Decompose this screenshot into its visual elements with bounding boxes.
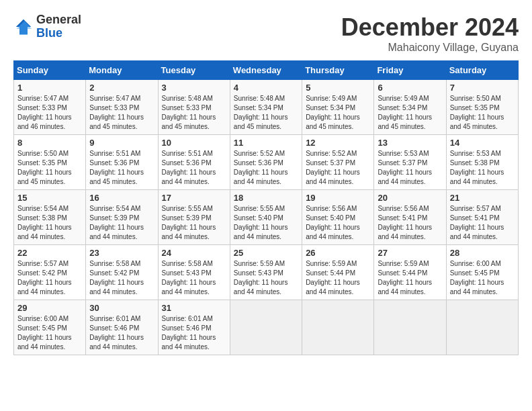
calendar-cell: 23 Sunrise: 5:58 AM Sunset: 5:42 PM Dayl…	[86, 245, 158, 300]
day-info: Sunrise: 6:00 AM Sunset: 5:45 PM Dayligh…	[17, 314, 82, 352]
day-number: 23	[89, 248, 154, 258]
calendar-cell: 1 Sunrise: 5:47 AM Sunset: 5:33 PM Dayli…	[14, 80, 86, 135]
calendar-week-row: 29 Sunrise: 6:00 AM Sunset: 5:45 PM Dayl…	[14, 300, 519, 355]
day-number: 5	[306, 83, 370, 93]
day-info: Sunrise: 5:52 AM Sunset: 5:37 PM Dayligh…	[306, 149, 370, 187]
day-info: Sunrise: 5:53 AM Sunset: 5:38 PM Dayligh…	[450, 149, 515, 187]
page-header: General Blue December 2024 Mahaicony Vil…	[13, 13, 519, 54]
weekday-header-row: SundayMondayTuesdayWednesdayThursdayFrid…	[14, 61, 519, 80]
calendar-cell: 2 Sunrise: 5:47 AM Sunset: 5:33 PM Dayli…	[86, 80, 158, 135]
day-info: Sunrise: 5:58 AM Sunset: 5:42 PM Dayligh…	[89, 259, 154, 297]
day-info: Sunrise: 5:59 AM Sunset: 5:43 PM Dayligh…	[234, 259, 298, 297]
calendar-cell: 12 Sunrise: 5:52 AM Sunset: 5:37 PM Dayl…	[302, 135, 374, 190]
calendar-table: SundayMondayTuesdayWednesdayThursdayFrid…	[13, 60, 519, 355]
weekday-header: Monday	[86, 61, 158, 80]
calendar-cell: 26 Sunrise: 5:59 AM Sunset: 5:44 PM Dayl…	[302, 245, 374, 300]
calendar-cell: 25 Sunrise: 5:59 AM Sunset: 5:43 PM Dayl…	[230, 245, 302, 300]
day-info: Sunrise: 5:50 AM Sunset: 5:35 PM Dayligh…	[17, 149, 82, 187]
calendar-cell	[302, 300, 374, 355]
logo-icon	[13, 17, 34, 37]
day-number: 16	[89, 193, 154, 203]
day-number: 6	[378, 83, 442, 93]
weekday-header: Friday	[374, 61, 446, 80]
day-info: Sunrise: 6:00 AM Sunset: 5:45 PM Dayligh…	[450, 259, 515, 297]
day-number: 8	[17, 138, 82, 148]
day-info: Sunrise: 6:01 AM Sunset: 5:46 PM Dayligh…	[162, 314, 226, 352]
calendar-cell: 19 Sunrise: 5:56 AM Sunset: 5:40 PM Dayl…	[302, 190, 374, 245]
calendar-cell: 7 Sunrise: 5:50 AM Sunset: 5:35 PM Dayli…	[446, 80, 518, 135]
calendar-cell: 11 Sunrise: 5:52 AM Sunset: 5:36 PM Dayl…	[230, 135, 302, 190]
day-number: 18	[234, 193, 298, 203]
day-info: Sunrise: 5:51 AM Sunset: 5:36 PM Dayligh…	[89, 149, 154, 187]
day-info: Sunrise: 5:54 AM Sunset: 5:39 PM Dayligh…	[89, 204, 154, 242]
day-number: 2	[89, 83, 154, 93]
day-number: 27	[378, 248, 442, 258]
calendar-cell: 4 Sunrise: 5:48 AM Sunset: 5:34 PM Dayli…	[230, 80, 302, 135]
title-block: December 2024 Mahaicony Village, Guyana	[341, 13, 519, 54]
day-info: Sunrise: 5:49 AM Sunset: 5:34 PM Dayligh…	[378, 94, 442, 132]
weekday-header: Thursday	[302, 61, 374, 80]
calendar-cell: 14 Sunrise: 5:53 AM Sunset: 5:38 PM Dayl…	[446, 135, 518, 190]
calendar-cell: 6 Sunrise: 5:49 AM Sunset: 5:34 PM Dayli…	[374, 80, 446, 135]
logo-general: General	[36, 13, 81, 27]
day-info: Sunrise: 5:52 AM Sunset: 5:36 PM Dayligh…	[234, 149, 298, 187]
calendar-cell: 29 Sunrise: 6:00 AM Sunset: 5:45 PM Dayl…	[14, 300, 86, 355]
weekday-header: Wednesday	[230, 61, 302, 80]
logo-text: General Blue	[36, 13, 81, 40]
calendar-week-row: 1 Sunrise: 5:47 AM Sunset: 5:33 PM Dayli…	[14, 80, 519, 135]
weekday-header: Tuesday	[158, 61, 230, 80]
day-number: 13	[378, 138, 442, 148]
calendar-cell	[374, 300, 446, 355]
calendar-cell: 3 Sunrise: 5:48 AM Sunset: 5:33 PM Dayli…	[158, 80, 230, 135]
calendar-cell: 31 Sunrise: 6:01 AM Sunset: 5:46 PM Dayl…	[158, 300, 230, 355]
day-info: Sunrise: 5:59 AM Sunset: 5:44 PM Dayligh…	[378, 259, 442, 297]
calendar-week-row: 15 Sunrise: 5:54 AM Sunset: 5:38 PM Dayl…	[14, 190, 519, 245]
day-number: 24	[162, 248, 226, 258]
day-number: 3	[162, 83, 226, 93]
day-number: 25	[234, 248, 298, 258]
calendar-cell: 9 Sunrise: 5:51 AM Sunset: 5:36 PM Dayli…	[86, 135, 158, 190]
calendar-cell	[230, 300, 302, 355]
calendar-cell: 15 Sunrise: 5:54 AM Sunset: 5:38 PM Dayl…	[14, 190, 86, 245]
calendar-week-row: 8 Sunrise: 5:50 AM Sunset: 5:35 PM Dayli…	[14, 135, 519, 190]
day-info: Sunrise: 5:48 AM Sunset: 5:33 PM Dayligh…	[162, 94, 226, 132]
calendar-cell: 30 Sunrise: 6:01 AM Sunset: 5:46 PM Dayl…	[86, 300, 158, 355]
day-number: 4	[234, 83, 298, 93]
day-number: 7	[450, 83, 515, 93]
day-number: 12	[306, 138, 370, 148]
day-info: Sunrise: 5:47 AM Sunset: 5:33 PM Dayligh…	[89, 94, 154, 132]
day-info: Sunrise: 5:54 AM Sunset: 5:38 PM Dayligh…	[17, 204, 82, 242]
day-info: Sunrise: 5:55 AM Sunset: 5:39 PM Dayligh…	[162, 204, 226, 242]
logo: General Blue	[13, 13, 81, 40]
day-number: 19	[306, 193, 370, 203]
day-info: Sunrise: 5:50 AM Sunset: 5:35 PM Dayligh…	[450, 94, 515, 132]
calendar-cell: 5 Sunrise: 5:49 AM Sunset: 5:34 PM Dayli…	[302, 80, 374, 135]
day-info: Sunrise: 5:47 AM Sunset: 5:33 PM Dayligh…	[17, 94, 82, 132]
calendar-cell: 18 Sunrise: 5:55 AM Sunset: 5:40 PM Dayl…	[230, 190, 302, 245]
calendar-cell: 21 Sunrise: 5:57 AM Sunset: 5:41 PM Dayl…	[446, 190, 518, 245]
calendar-cell: 16 Sunrise: 5:54 AM Sunset: 5:39 PM Dayl…	[86, 190, 158, 245]
day-number: 10	[162, 138, 226, 148]
calendar-cell: 27 Sunrise: 5:59 AM Sunset: 5:44 PM Dayl…	[374, 245, 446, 300]
calendar-cell: 28 Sunrise: 6:00 AM Sunset: 5:45 PM Dayl…	[446, 245, 518, 300]
calendar-cell: 10 Sunrise: 5:51 AM Sunset: 5:36 PM Dayl…	[158, 135, 230, 190]
day-number: 11	[234, 138, 298, 148]
day-info: Sunrise: 5:58 AM Sunset: 5:43 PM Dayligh…	[162, 259, 226, 297]
calendar-week-row: 22 Sunrise: 5:57 AM Sunset: 5:42 PM Dayl…	[14, 245, 519, 300]
day-number: 28	[450, 248, 515, 258]
day-number: 1	[17, 83, 82, 93]
day-info: Sunrise: 5:57 AM Sunset: 5:41 PM Dayligh…	[450, 204, 515, 242]
day-number: 31	[162, 303, 226, 313]
day-number: 17	[162, 193, 226, 203]
day-info: Sunrise: 5:56 AM Sunset: 5:41 PM Dayligh…	[378, 204, 442, 242]
day-number: 20	[378, 193, 442, 203]
day-info: Sunrise: 6:01 AM Sunset: 5:46 PM Dayligh…	[89, 314, 154, 352]
weekday-header: Saturday	[446, 61, 518, 80]
calendar-cell: 8 Sunrise: 5:50 AM Sunset: 5:35 PM Dayli…	[14, 135, 86, 190]
day-number: 14	[450, 138, 515, 148]
calendar-cell: 22 Sunrise: 5:57 AM Sunset: 5:42 PM Dayl…	[14, 245, 86, 300]
calendar-cell	[446, 300, 518, 355]
calendar-cell: 20 Sunrise: 5:56 AM Sunset: 5:41 PM Dayl…	[374, 190, 446, 245]
day-info: Sunrise: 5:56 AM Sunset: 5:40 PM Dayligh…	[306, 204, 370, 242]
logo-blue: Blue	[36, 27, 81, 40]
